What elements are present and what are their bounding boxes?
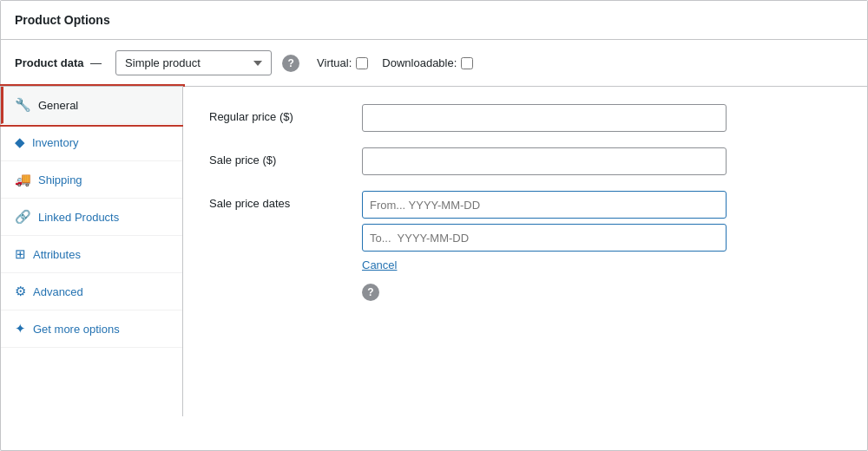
product-options-panel: Product Options Product data — Simple pr… (0, 0, 868, 451)
wrench-icon: 🔧 (15, 97, 31, 113)
product-data-label: Product data — (15, 56, 105, 69)
sale-date-from-input[interactable] (362, 191, 727, 219)
sale-price-label: Sale price ($) (209, 147, 348, 167)
sidebar: 🔧 General ◆ Inventory 🚚 Shipping 🔗 Linke… (1, 87, 183, 416)
form-content-area: Regular price ($) Sale price ($) Sale pr… (183, 87, 867, 416)
star-icon: ✦ (15, 321, 26, 337)
regular-price-label: Regular price ($) (209, 104, 348, 123)
sidebar-shipping-label: Shipping (38, 173, 82, 186)
info-icon-row: ? (362, 284, 727, 301)
sidebar-item-inventory[interactable]: ◆ Inventory (1, 124, 182, 161)
product-data-bar: Product data — Simple product Grouped pr… (1, 40, 867, 87)
sidebar-attributes-label: Attributes (33, 248, 81, 261)
sidebar-item-linked-products[interactable]: 🔗 Linked Products (1, 199, 182, 236)
sidebar-item-general[interactable]: 🔧 General (1, 87, 182, 124)
sidebar-item-get-more-options[interactable]: ✦ Get more options (1, 310, 182, 348)
sidebar-item-shipping[interactable]: 🚚 Shipping (1, 161, 182, 199)
sale-dates-info-icon[interactable]: ? (362, 284, 379, 301)
main-content: 🔧 General ◆ Inventory 🚚 Shipping 🔗 Linke… (1, 87, 867, 416)
sale-date-to-input[interactable] (362, 224, 727, 252)
panel-header: Product Options (1, 1, 867, 40)
sale-price-row: Sale price ($) (209, 147, 841, 175)
attributes-icon: ⊞ (15, 246, 26, 262)
sidebar-item-attributes[interactable]: ⊞ Attributes (1, 236, 182, 273)
sale-price-dates-row: Sale price dates Cancel ? (209, 191, 841, 301)
cancel-dates-link[interactable]: Cancel (362, 258, 727, 271)
sidebar-item-advanced[interactable]: ⚙ Advanced (1, 273, 182, 310)
downloadable-checkbox-label[interactable]: Downloadable: (382, 56, 473, 69)
shipping-icon: 🚚 (15, 172, 31, 187)
virtual-checkbox-label[interactable]: Virtual: (317, 56, 368, 69)
link-icon: 🔗 (15, 209, 31, 225)
product-options-checkboxes: Virtual: Downloadable: (317, 56, 473, 69)
regular-price-row: Regular price ($) (209, 104, 841, 132)
sale-price-dates-label: Sale price dates (209, 191, 348, 210)
panel-title: Product Options (15, 13, 853, 27)
sidebar-general-label: General (38, 99, 78, 112)
sale-price-input[interactable] (362, 147, 727, 175)
downloadable-checkbox[interactable] (461, 57, 473, 69)
product-type-help-icon[interactable]: ? (282, 55, 299, 72)
sale-date-group: Cancel ? (362, 191, 727, 301)
sidebar-inventory-label: Inventory (32, 136, 78, 149)
regular-price-input[interactable] (362, 104, 727, 132)
product-type-select[interactable]: Simple product Grouped product External/… (115, 50, 272, 75)
advanced-icon: ⚙ (15, 284, 26, 299)
sidebar-linked-products-label: Linked Products (38, 211, 119, 224)
sidebar-get-more-label: Get more options (33, 323, 120, 336)
virtual-checkbox[interactable] (356, 57, 368, 69)
inventory-icon: ◆ (15, 134, 25, 150)
sidebar-advanced-label: Advanced (33, 285, 83, 298)
